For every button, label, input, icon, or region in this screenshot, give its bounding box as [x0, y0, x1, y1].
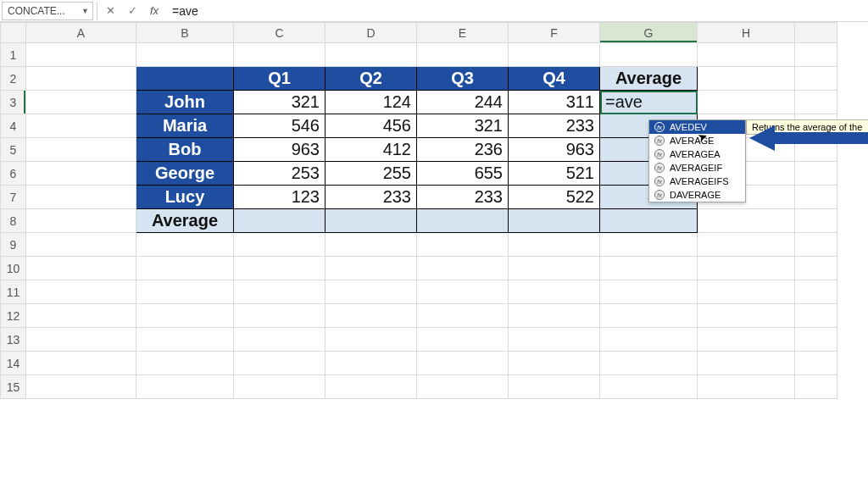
cell[interactable]: =ave — [600, 91, 698, 114]
row-header-4[interactable]: 4 — [1, 114, 26, 138]
cell[interactable] — [698, 91, 795, 114]
cell[interactable] — [417, 257, 509, 280]
cell[interactable] — [795, 91, 837, 114]
row-header-7[interactable]: 7 — [1, 186, 26, 209]
cell[interactable] — [417, 304, 509, 328]
cell[interactable]: 546 — [234, 114, 326, 138]
cell[interactable] — [26, 91, 136, 114]
cell[interactable]: Q3 — [417, 67, 509, 91]
cell[interactable] — [795, 209, 837, 233]
cell[interactable] — [234, 328, 326, 352]
cell[interactable]: 321 — [234, 91, 326, 114]
spreadsheet-grid[interactable]: A B C D E F G H 12Q1Q2Q3Q4Average3John32… — [0, 22, 837, 399]
row-header-9[interactable]: 9 — [1, 233, 26, 257]
cell[interactable]: 963 — [509, 138, 600, 162]
cell[interactable] — [698, 233, 795, 257]
row-header-6[interactable]: 6 — [1, 162, 26, 186]
col-header-E[interactable]: E — [417, 23, 509, 43]
cell[interactable]: John — [136, 91, 234, 114]
cell[interactable]: Average — [136, 209, 234, 233]
row-header-15[interactable]: 15 — [1, 375, 26, 399]
cell[interactable]: 412 — [326, 138, 417, 162]
cell[interactable] — [26, 304, 136, 328]
cell[interactable] — [136, 233, 234, 257]
col-header-F[interactable]: F — [509, 23, 600, 43]
cell[interactable] — [234, 280, 326, 304]
cell[interactable] — [136, 304, 234, 328]
cell[interactable]: 963 — [234, 138, 326, 162]
cell[interactable] — [234, 304, 326, 328]
cell[interactable]: 311 — [509, 91, 600, 114]
fx-icon[interactable]: fx — [145, 4, 164, 17]
cell[interactable] — [326, 209, 417, 233]
cell[interactable] — [509, 209, 600, 233]
cell[interactable] — [326, 43, 417, 67]
cell[interactable] — [234, 43, 326, 67]
cell[interactable] — [509, 280, 600, 304]
cell[interactable] — [600, 328, 698, 352]
name-box[interactable]: CONCATE... ▼ — [2, 2, 93, 20]
cell[interactable]: Q1 — [234, 67, 326, 91]
row-header-14[interactable]: 14 — [1, 352, 26, 375]
cell[interactable] — [795, 186, 837, 209]
cell[interactable] — [26, 375, 136, 399]
cell[interactable]: 233 — [509, 114, 600, 138]
autocomplete-item[interactable]: fxAVERAGEIF — [649, 161, 745, 175]
cell[interactable]: 522 — [509, 186, 600, 209]
cell[interactable] — [417, 209, 509, 233]
select-all-corner[interactable] — [1, 23, 26, 43]
cell[interactable] — [417, 280, 509, 304]
autocomplete-item[interactable]: fxDAVERAGE — [649, 188, 745, 202]
cell[interactable] — [600, 280, 698, 304]
cell[interactable]: Bob — [136, 138, 234, 162]
cell[interactable] — [326, 328, 417, 352]
cell[interactable]: Maria — [136, 114, 234, 138]
cell[interactable] — [698, 280, 795, 304]
cell[interactable] — [698, 375, 795, 399]
cell[interactable] — [26, 43, 136, 67]
cell[interactable] — [698, 209, 795, 233]
cell[interactable] — [795, 67, 837, 91]
cell[interactable] — [234, 375, 326, 399]
cell[interactable] — [698, 67, 795, 91]
cell[interactable] — [509, 233, 600, 257]
cell[interactable] — [600, 233, 698, 257]
cell[interactable] — [136, 328, 234, 352]
cell[interactable]: 233 — [417, 186, 509, 209]
enter-formula-button[interactable]: ✓ — [123, 2, 142, 20]
cancel-formula-button[interactable]: ✕ — [101, 2, 120, 20]
cell[interactable] — [795, 280, 837, 304]
col-header-A[interactable]: A — [26, 23, 136, 43]
cell[interactable]: Q2 — [326, 67, 417, 91]
row-header-11[interactable]: 11 — [1, 280, 26, 304]
cell[interactable]: 521 — [509, 162, 600, 186]
cell[interactable] — [795, 233, 837, 257]
cell[interactable]: 456 — [326, 114, 417, 138]
cell[interactable] — [234, 352, 326, 375]
cell[interactable]: George — [136, 162, 234, 186]
autocomplete-item[interactable]: fxAVERAGEA — [649, 147, 745, 161]
cell[interactable] — [600, 257, 698, 280]
cell[interactable] — [26, 233, 136, 257]
cell[interactable] — [600, 209, 698, 233]
cell[interactable] — [234, 257, 326, 280]
cell[interactable] — [326, 352, 417, 375]
cell[interactable] — [326, 280, 417, 304]
cell[interactable] — [26, 162, 136, 186]
cell[interactable] — [509, 352, 600, 375]
cell[interactable] — [136, 280, 234, 304]
cell[interactable] — [326, 233, 417, 257]
row-header-2[interactable]: 2 — [1, 67, 26, 91]
col-header-H[interactable]: H — [698, 23, 795, 43]
cell[interactable] — [698, 43, 795, 67]
cell[interactable] — [26, 328, 136, 352]
row-header-13[interactable]: 13 — [1, 328, 26, 352]
cell[interactable] — [795, 352, 837, 375]
col-header-G[interactable]: G — [600, 23, 698, 43]
row-header-5[interactable]: 5 — [1, 138, 26, 162]
cell[interactable] — [600, 43, 698, 67]
cell[interactable] — [26, 138, 136, 162]
cell[interactable]: 655 — [417, 162, 509, 186]
cell[interactable] — [136, 43, 234, 67]
row-header-10[interactable]: 10 — [1, 257, 26, 280]
